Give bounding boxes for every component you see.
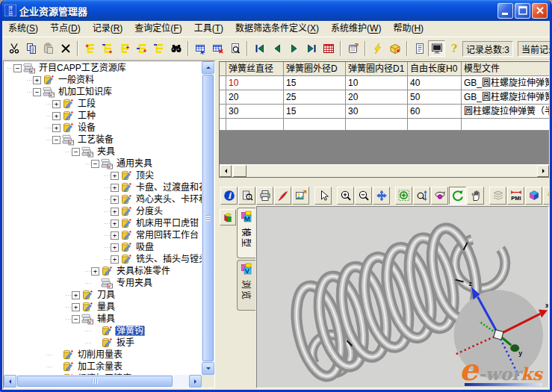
menu-item[interactable]: 查询定位(F) [128,21,187,37]
scroll-up-button[interactable] [202,61,214,74]
menu-item[interactable]: 工具(T) [188,21,229,37]
menu-item[interactable]: 系统(S) [2,21,44,37]
zoom-dynamic-button[interactable] [413,187,430,205]
titlebar[interactable]: 开 目 企业资源管理器 [0,0,552,21]
expand-toggle-icon[interactable]: + [111,196,119,204]
tree-item[interactable]: 专用夹具 [4,277,202,289]
hand-pan-button[interactable] [467,187,484,205]
minimize-button[interactable] [497,3,513,19]
menu-item[interactable]: 系统维护(W) [325,21,387,37]
model-viewport[interactable]: z x y e-works [256,206,549,388]
close-button[interactable] [532,3,548,19]
tree-item[interactable]: 切削用量表 [4,349,202,361]
light-button[interactable] [543,187,549,205]
tree-item[interactable]: −机加工知识库 [4,86,202,98]
table-row[interactable]: 30153060圆柱螺旋拉伸弹簧（半 [220,105,549,119]
tree-item[interactable]: −夹具 [4,146,202,158]
tree-item[interactable]: +常用回转工作台 [4,229,202,241]
tree-item[interactable]: +鸡心夹头、卡环和 [4,193,202,205]
tree-item[interactable]: 弹簧钩 [4,325,202,337]
zoom-in-button[interactable] [337,187,354,205]
tree-item[interactable]: +工种 [4,110,202,122]
collapse-toggle-icon[interactable]: − [13,64,22,72]
scroll-right-button[interactable] [189,375,202,388]
expand-toggle-icon[interactable]: + [52,112,61,120]
layers-button[interactable] [489,187,506,205]
maximize-button[interactable] [515,3,530,19]
properties-button[interactable] [344,40,362,57]
tree-item[interactable]: 扳手 [4,337,202,349]
paste-button[interactable] [40,40,57,57]
node-level-button[interactable] [150,40,167,57]
modify-record-button[interactable] [369,40,386,57]
expand-toggle-icon[interactable]: + [33,76,41,84]
expand-toggle-icon[interactable]: + [72,291,80,299]
print-button[interactable] [256,187,273,205]
insert-node-before-button[interactable] [99,40,116,57]
column-header[interactable]: 弹簧丝直径 [226,62,284,76]
model-view-button[interactable] [428,40,445,57]
vertical-scroll-thumb[interactable] [202,75,214,361]
tree-item[interactable]: −辅具 [4,313,202,325]
tree-item[interactable]: +刀具 [4,289,202,301]
find-button[interactable] [167,40,184,57]
tree-item[interactable]: +设备 [4,122,202,134]
report-button[interactable] [411,40,428,57]
new-child-node-button[interactable] [133,40,150,57]
tree-item[interactable]: +量具 [4,301,202,313]
tree-item[interactable]: +夹具标准零件 [4,265,202,277]
delete-button[interactable] [57,40,74,57]
table-row[interactable]: 20252050GB_圆柱螺旋拉伸弹簧 [220,90,549,105]
tree-item[interactable]: 加工余量表 [4,361,202,373]
zoom-fit-button[interactable] [395,187,412,205]
expand-toggle-icon[interactable]: + [52,100,61,108]
table-row[interactable]: 10151040GB_圆柱螺旋拉伸弹簧 [220,76,549,90]
first-record-button[interactable] [251,40,268,57]
copy-button[interactable] [22,40,40,57]
new-node-button[interactable] [81,40,99,57]
tree-item[interactable]: +顶尖 [4,169,202,181]
insert-node-after-button[interactable] [116,40,133,57]
tree-item[interactable]: +吸盘 [4,241,202,253]
collapse-toggle-icon[interactable]: − [91,160,99,168]
menu-item[interactable]: 数据筛选条件定义(X) [229,21,325,37]
expand-toggle-icon[interactable]: + [91,267,99,276]
expand-toggle-icon[interactable]: + [111,220,119,228]
expand-toggle-icon[interactable]: + [111,184,119,192]
pmi-button[interactable]: PMI [507,187,524,205]
scroll-track[interactable] [232,165,537,177]
menu-item[interactable]: 帮助(H) [387,21,429,37]
last-record-button[interactable] [303,40,320,57]
view-doc-button[interactable] [238,187,255,205]
tree-item[interactable]: −开目CAPP工艺资源库 [4,62,202,74]
collapse-toggle-icon[interactable]: − [33,88,41,96]
info-button[interactable]: i [220,187,238,205]
orbit-point-button[interactable] [431,187,448,205]
column-header[interactable]: 弹簧圈内径D1 [346,62,408,76]
tree-horizontal-scrollbar[interactable] [4,375,202,388]
tree-item[interactable]: +卡盘、过渡盘和花 [4,181,202,193]
scroll-left-button[interactable] [220,165,232,177]
viewer-tab-v[interactable]: V浏览 [237,260,255,311]
tree-item[interactable]: −通用夹具 [4,158,202,169]
collapse-toggle-icon[interactable]: − [72,148,80,156]
table-horizontal-scrollbar[interactable] [220,164,549,177]
column-header[interactable]: 模型文件 [462,62,549,76]
horizontal-scroll-thumb[interactable] [233,165,246,177]
expand-toggle-icon[interactable]: + [111,208,119,216]
assembly-button[interactable] [525,187,542,205]
scroll-left-button[interactable] [4,375,16,388]
preview-button[interactable] [226,40,244,57]
next-record-button[interactable] [285,40,303,57]
expand-toggle-icon[interactable]: + [111,255,119,264]
column-header[interactable]: 弹簧圈外径D [284,62,346,76]
menu-item[interactable]: 节点(D) [44,21,87,37]
column-header[interactable]: 自由长度H0 [408,62,462,76]
collapse-toggle-icon[interactable]: − [72,315,80,323]
tree-vertical-scrollbar[interactable] [202,61,214,375]
help-button[interactable]: ? [445,40,462,57]
tree-item[interactable]: +工段 [4,98,202,110]
expand-toggle-icon[interactable]: + [111,243,119,252]
markup-pen-button[interactable] [274,187,291,205]
zoom-out-button[interactable] [355,187,372,205]
